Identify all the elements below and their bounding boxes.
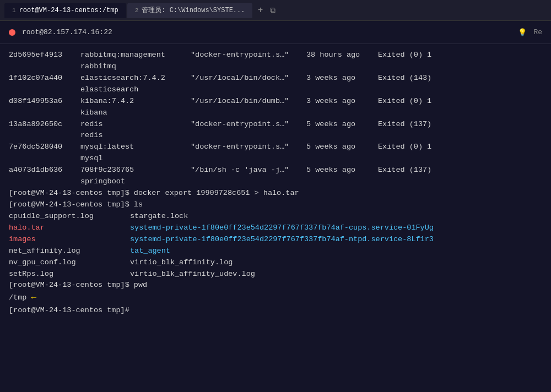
container-id-5: a4073d1db636	[9, 165, 80, 176]
tab-1-number: 1	[12, 7, 16, 14]
container-id-0: 2d5695ef4913	[9, 50, 80, 61]
traffic-light	[9, 29, 15, 36]
ls-item-halo: halo.tar	[9, 222, 130, 234]
ls-output: cpuidle_support.log stargate.lock halo.t…	[9, 211, 542, 280]
container-image-0: rabbitmq:management	[80, 50, 191, 61]
container-row-5: a4073d1db636 708f9c236765 "/bin/sh -c 'j…	[9, 165, 542, 176]
container-name-4: mysql	[9, 153, 542, 165]
tab-2-label: 管理员: C:\Windows\SYSTE...	[142, 6, 245, 15]
container-name-2: kibana	[9, 107, 542, 119]
ls-item-net-affinity: net_affinity.log	[9, 246, 130, 257]
pwd-result: /tmp	[9, 292, 26, 304]
tab-bar: 1 root@VM-24-13-centos:/tmp 2 管理员: C:\Wi…	[0, 0, 551, 21]
container-image-5: 708f9c236765	[80, 165, 191, 176]
container-created-4: 5 weeks ago	[306, 141, 378, 153]
container-row-3: 13a8a892650c redis "docker-entrypoint.s……	[9, 119, 542, 130]
container-command-4: "docker-entrypoint.s…"	[191, 141, 306, 153]
container-image-3: redis	[80, 119, 191, 130]
title-bar-right: 💡 Re	[518, 28, 542, 37]
container-image-1: elasticsearch:7.4.2	[80, 73, 191, 84]
container-status-3: Exited (137)	[378, 119, 431, 130]
container-name-3: redis	[9, 130, 542, 141]
docker-export-command: [root@VM-24-13-centos tmp]$ docker expor…	[9, 188, 542, 199]
container-id-4: 7e76dc528040	[9, 141, 80, 153]
tab-maximize-button[interactable]: ⧉	[270, 6, 276, 15]
container-command-2: "/usr/local/bin/dumb…"	[191, 96, 306, 107]
terminal-content[interactable]: 2d5695ef4913 rabbitmq:management "docker…	[0, 44, 551, 392]
container-status-5: Exited (137)	[378, 165, 431, 176]
ls-item-virtio-udev: virtio_blk_affinity_udev.log	[130, 269, 542, 280]
container-created-2: 3 weeks ago	[306, 96, 378, 107]
yellow-arrow-icon: ←	[31, 291, 36, 305]
ls-item-systemd-ntpd: systemd-private-1f80e0ff23e54d2297f767f3…	[130, 234, 542, 246]
ls-command: [root@VM-24-13-centos tmp]$ ls	[9, 199, 542, 211]
ls-item-virtio-blk: virtio_blk_affinity.log	[130, 257, 542, 269]
container-id-1: 1f102c07a440	[9, 73, 80, 84]
container-image-4: mysql:latest	[80, 141, 191, 153]
title-bar: root@82.157.174.16:22 💡 Re	[0, 21, 551, 44]
ls-item-nv-gpu: nv_gpu_conf.log	[9, 257, 130, 269]
session-label: root@82.157.174.16:22	[22, 28, 112, 36]
container-command-1: "/usr/local/bin/dock…"	[191, 73, 306, 84]
tab-2[interactable]: 2 管理员: C:\Windows\SYSTE...	[127, 3, 253, 18]
ls-item-cpuidle: cpuidle_support.log	[9, 211, 130, 222]
container-row-2: d08f149953a6 kibana:7.4.2 "/usr/local/bi…	[9, 96, 542, 107]
pwd-command: [root@VM-24-13-centos tmp]$ pwd	[9, 280, 542, 291]
container-status-1: Exited (143)	[378, 73, 431, 84]
container-name-1: elasticsearch	[9, 84, 542, 96]
container-row-0: 2d5695ef4913 rabbitmq:management "docker…	[9, 50, 542, 61]
tab-1-label: root@VM-24-13-centos:/tmp	[19, 7, 118, 14]
tab-1[interactable]: 1 root@VM-24-13-centos:/tmp	[4, 3, 126, 18]
container-row-4: 7e76dc528040 mysql:latest "docker-entryp…	[9, 141, 542, 153]
ls-item-systemd-cups: systemd-private-1f80e0ff23e54d2297f767f3…	[130, 222, 542, 234]
container-name-0: rabbitmq	[9, 61, 542, 73]
container-status-2: Exited (0) 1	[378, 96, 431, 107]
container-status-4: Exited (0) 1	[378, 141, 431, 153]
pwd-result-line: /tmp ←	[9, 291, 542, 305]
container-command-3: "docker-entrypoint.s…"	[191, 119, 306, 130]
tab-2-number: 2	[135, 7, 139, 14]
container-command-0: "docker-entrypoint.s…"	[191, 50, 306, 61]
tab-add-button[interactable]: +	[253, 4, 267, 17]
container-row-1: 1f102c07a440 elasticsearch:7.4.2 "/usr/l…	[9, 73, 542, 84]
container-command-5: "/bin/sh -c 'java -j…"	[191, 165, 306, 176]
title-bar-action[interactable]: Re	[533, 28, 542, 36]
container-id-3: 13a8a892650c	[9, 119, 80, 130]
ls-item-setrps: setRps.log	[9, 269, 130, 280]
container-created-5: 5 weeks ago	[306, 165, 378, 176]
container-created-1: 3 weeks ago	[306, 73, 378, 84]
container-created-3: 5 weeks ago	[306, 119, 378, 130]
container-created-0: 38 hours ago	[306, 50, 378, 61]
final-prompt: [root@VM-24-13-centos tmp]#	[9, 305, 542, 317]
container-status-0: Exited (0) 1	[378, 50, 431, 61]
ls-item-tat-agent: tat_agent	[130, 246, 542, 257]
ls-item-stargate: stargate.lock	[130, 211, 542, 222]
container-name-5: springboot	[9, 176, 542, 188]
ls-item-images: images	[9, 234, 130, 246]
title-bar-icon: 💡	[518, 28, 527, 37]
container-id-2: d08f149953a6	[9, 96, 80, 107]
container-image-2: kibana:7.4.2	[80, 96, 191, 107]
